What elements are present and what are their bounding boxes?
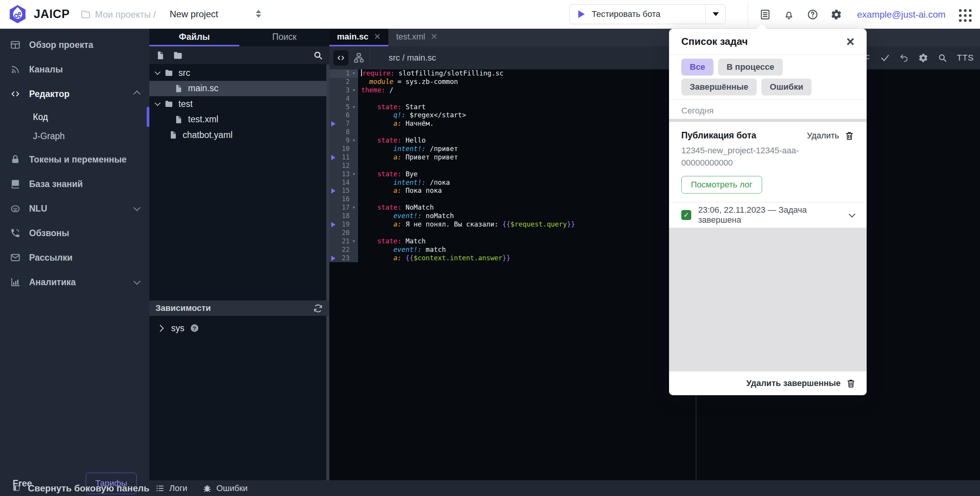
tree-folder-test[interactable]: test xyxy=(149,96,326,112)
tts-button[interactable]: TTS xyxy=(957,53,974,63)
apps-grid-icon[interactable] xyxy=(959,9,972,22)
sidebar-item-jgraph[interactable]: J-Graph xyxy=(0,126,149,146)
breadcrumb[interactable]: Мои проекты xyxy=(95,9,151,20)
sidebar-item-overview[interactable]: Обзор проекта xyxy=(0,33,149,57)
code-line[interactable]: a: Пока пока xyxy=(358,187,442,195)
account-email-link[interactable]: example@just-ai.com xyxy=(857,9,946,20)
code-line[interactable] xyxy=(358,229,361,237)
code-line[interactable]: a: Начнём. xyxy=(358,120,434,128)
code-line[interactable]: theme: / xyxy=(358,86,393,95)
trash-icon[interactable] xyxy=(846,378,856,388)
code-line[interactable]: intent!: /привет xyxy=(358,145,458,153)
project-sort-icon[interactable] xyxy=(256,10,261,18)
sidebar-item-analytics[interactable]: Аналитика xyxy=(0,270,149,294)
sidebar-item-calls[interactable]: Обзвоны xyxy=(0,221,149,245)
code-line[interactable] xyxy=(358,95,361,103)
test-bot-button[interactable]: Тестировать бота xyxy=(569,4,726,24)
editor-tab-main-sc[interactable]: main.sc ✕ xyxy=(329,29,388,46)
errors-button[interactable]: Ошибки xyxy=(203,483,248,493)
code-line[interactable]: module = sys.zb-common xyxy=(358,78,458,86)
run-state-icon[interactable] xyxy=(331,188,335,194)
filter-chip-2[interactable]: Завершённые xyxy=(681,79,757,95)
code-line[interactable]: q!: $regex</start> xyxy=(358,111,466,120)
code-line[interactable] xyxy=(358,195,361,204)
popup-footer: Удалить завершенные xyxy=(669,371,867,395)
editor-settings-gear-icon[interactable] xyxy=(918,53,928,63)
run-state-icon[interactable] xyxy=(331,121,335,126)
refresh-icon[interactable] xyxy=(313,303,323,314)
search-icon[interactable] xyxy=(313,50,323,61)
dependency-item-sys[interactable]: sys ? xyxy=(149,320,329,337)
editor-search-icon[interactable] xyxy=(937,53,947,63)
sidebar-item-nlu[interactable]: NLU xyxy=(0,196,149,221)
editor-tab-test-xml[interactable]: test.xml ✕ xyxy=(388,29,445,46)
fold-icon[interactable]: ▾ xyxy=(353,204,355,212)
sidebar-item-channels[interactable]: Каналы xyxy=(0,57,149,82)
completed-task-row[interactable]: ✓ 23:06, 22.11.2023 — Задача завершена xyxy=(669,202,867,228)
tree-file-test-xml[interactable]: test.xml xyxy=(149,112,326,128)
code-line[interactable]: a: Привет привет xyxy=(358,153,458,162)
code-line[interactable]: a: {{$context.intent.answer}} xyxy=(358,254,510,263)
fold-icon[interactable]: ▾ xyxy=(353,170,355,179)
code-line[interactable]: state: Start xyxy=(358,103,426,112)
code-area[interactable]: 1▾require: slotfilling/slotFilling.sc2 m… xyxy=(329,69,980,480)
fold-icon[interactable]: ▾ xyxy=(353,237,355,246)
code-line[interactable]: state: Hello xyxy=(358,136,426,145)
new-folder-icon[interactable] xyxy=(173,50,183,61)
checkbox-checked-icon[interactable]: ✓ xyxy=(681,210,691,220)
run-state-icon[interactable] xyxy=(331,222,335,227)
close-tab-icon[interactable]: ✕ xyxy=(430,32,437,42)
filter-chip-3[interactable]: Ошибки xyxy=(761,79,811,95)
code-line[interactable]: intent!: /пока xyxy=(358,179,450,187)
settings-gear-icon[interactable] xyxy=(831,9,842,20)
notifications-bell-icon[interactable] xyxy=(783,9,795,20)
code-line[interactable]: state: NoMatch xyxy=(358,204,434,212)
sidebar-item-knowledge-base[interactable]: База знаний xyxy=(0,172,149,196)
sidebar-item-code[interactable]: Код xyxy=(0,107,149,126)
view-log-button[interactable]: Посмотреть лог xyxy=(681,176,762,194)
run-state-icon[interactable] xyxy=(331,256,335,261)
code-line[interactable]: state: Match xyxy=(358,237,426,246)
code-line[interactable]: event!: noMatch xyxy=(358,212,454,220)
gutter: 3▾ xyxy=(329,86,358,95)
new-file-icon[interactable] xyxy=(155,51,165,60)
sidebar-item-mailings[interactable]: Рассылки xyxy=(0,245,149,270)
jgraph-view-icon[interactable] xyxy=(353,52,365,64)
filter-chip-1[interactable]: В процессе xyxy=(718,59,782,76)
fold-icon[interactable]: ▾ xyxy=(353,86,355,95)
tab-search[interactable]: Поиск xyxy=(239,29,329,46)
fold-icon[interactable]: ▾ xyxy=(353,69,355,78)
sidebar-item-tokens[interactable]: Токены и переменные xyxy=(0,147,149,172)
undo-icon[interactable] xyxy=(899,53,909,63)
project-select[interactable]: New project xyxy=(170,9,218,20)
validate-check-icon[interactable] xyxy=(880,53,890,63)
tab-files[interactable]: Файлы xyxy=(149,29,239,46)
chevron-down-icon[interactable] xyxy=(849,210,856,217)
code-line[interactable] xyxy=(358,162,361,170)
test-bot-dropdown[interactable] xyxy=(705,5,725,24)
tasks-icon[interactable] xyxy=(759,9,771,20)
collapse-sidebar-button[interactable]: Свернуть боковую панель xyxy=(0,480,149,496)
code-line[interactable]: event!: match xyxy=(358,246,446,254)
code-line[interactable]: a: Я не понял. Вы сказали: {{$request.qu… xyxy=(358,220,575,229)
tree-folder-src[interactable]: src xyxy=(149,65,326,81)
code-line[interactable]: require: slotfilling/slotFilling.sc xyxy=(358,69,504,78)
close-icon[interactable]: × xyxy=(846,35,854,49)
tree-file-chatbot-yaml[interactable]: chatbot.yaml xyxy=(149,127,326,143)
fold-icon[interactable]: ▾ xyxy=(353,136,355,145)
code-line[interactable] xyxy=(358,128,361,136)
sidebar-item-editor[interactable]: Редактор xyxy=(0,82,149,106)
code-line[interactable]: state: Bye xyxy=(358,170,418,179)
run-state-icon[interactable] xyxy=(331,155,335,160)
logs-button[interactable]: Логи xyxy=(155,483,187,493)
close-tab-icon[interactable]: ✕ xyxy=(374,32,381,42)
help-icon[interactable] xyxy=(807,9,818,20)
code-view-toggle[interactable] xyxy=(333,50,348,66)
delete-completed-button[interactable]: Удалить завершенные xyxy=(746,378,841,388)
fold-icon[interactable]: ▾ xyxy=(353,103,355,112)
files-scrollbar[interactable] xyxy=(326,64,329,480)
question-mark-icon[interactable]: ? xyxy=(191,324,198,332)
tree-file-main-sc[interactable]: main.sc xyxy=(149,81,326,97)
delete-task-button[interactable]: Удалить xyxy=(807,131,854,141)
filter-chip-0[interactable]: Все xyxy=(681,59,713,76)
